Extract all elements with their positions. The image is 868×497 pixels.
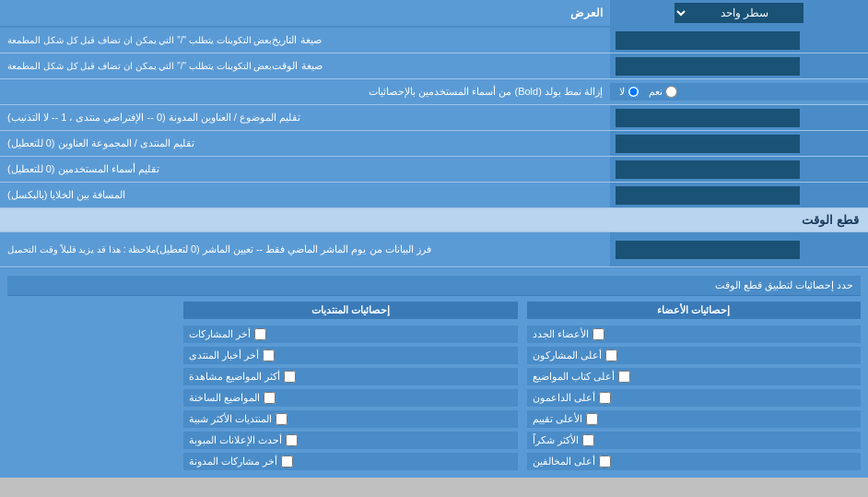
username-label: تقليم أسماء المستخدمين (0 للتعطيل) xyxy=(0,157,610,182)
posts-checkbox-6[interactable] xyxy=(281,456,293,467)
posts-checkbox-2[interactable] xyxy=(284,371,296,383)
forum-title-row: تقليم المنتدى / المجموعة العناوين (0 للت… xyxy=(0,131,868,157)
posts-item-5: أحدث الإعلانات المبوبة xyxy=(183,432,517,449)
forum-title-label: تقليم المنتدى / المجموعة العناوين (0 للت… xyxy=(0,131,610,156)
date-format-label: صيغة التاريخبعض التكوينات يتطلب "/" التي… xyxy=(0,28,610,53)
username-row: تقليم أسماء المستخدمين (0 للتعطيل) 0 xyxy=(0,157,868,183)
bold-options: نعم لا xyxy=(610,83,868,101)
time-format-row: صيغة الوقتبعض التكوينات يتطلب "/" التي ي… xyxy=(0,53,868,79)
bold-yes-label[interactable]: نعم xyxy=(649,86,677,98)
header-select-wrap[interactable]: سطر واحد xyxy=(610,0,868,26)
stats-header: حدد إحصائيات لتطبيق قطع الوقت xyxy=(7,276,861,296)
topic-title-label: تقليم الموضوع / العناوين المدونة (0 -- ا… xyxy=(0,105,610,130)
posts-item-3: المواضيع الساخنة xyxy=(183,389,517,407)
posts-item-6: أخر مشاركات المدونة xyxy=(183,453,517,470)
bold-row: إزالة نمط بولد (Bold) من أسماء المستخدمي… xyxy=(0,79,868,105)
header-label: العرض xyxy=(0,2,610,24)
filter-input[interactable]: 0 xyxy=(616,241,800,259)
time-cut-header: قطع الوقت xyxy=(0,208,868,232)
posts-item-2: أكثر المواضيع مشاهدة xyxy=(183,368,517,385)
members-col-header: إحصائيات الأعضاء xyxy=(527,302,861,319)
forum-title-input[interactable]: 33 xyxy=(616,135,800,153)
members-column: إحصائيات الأعضاء الأعضاء الجدد أعلى المش… xyxy=(527,302,861,470)
topic-title-input[interactable]: 33 xyxy=(616,109,800,127)
topic-title-row: تقليم الموضوع / العناوين المدونة (0 -- ا… xyxy=(0,105,868,131)
members-checkbox-1[interactable] xyxy=(605,349,617,361)
members-item-0: الأعضاء الجدد xyxy=(527,325,861,343)
spacing-row: المسافة بين الخلايا (بالبكسل) 2 xyxy=(0,183,868,208)
members-checkbox-2[interactable] xyxy=(618,371,630,383)
posts-column: إحصائيات المنتديات أخر المشاركات أخر أخب… xyxy=(183,302,517,470)
bold-yes-radio[interactable] xyxy=(665,86,677,98)
posts-checkbox-1[interactable] xyxy=(263,349,275,361)
filter-input-wrap[interactable]: 0 xyxy=(610,232,868,266)
header-row: العرض سطر واحد xyxy=(0,0,868,28)
bold-no-label[interactable]: لا xyxy=(619,86,639,98)
checkboxes-section: حدد إحصائيات لتطبيق قطع الوقت إحصائيات ا… xyxy=(0,267,868,478)
members-item-4: الأعلى تقييم xyxy=(527,410,861,428)
date-format-input[interactable]: d-m xyxy=(616,31,800,50)
posts-item-0: أخر المشاركات xyxy=(183,325,517,343)
spacing-input-wrap[interactable]: 2 xyxy=(610,183,868,207)
members-checkbox-4[interactable] xyxy=(586,413,598,425)
username-input[interactable]: 0 xyxy=(616,160,800,179)
members-item-2: أعلى كتاب المواضيع xyxy=(527,368,861,385)
posts-checkbox-4[interactable] xyxy=(276,413,287,425)
members-checkbox-3[interactable] xyxy=(599,392,611,404)
checkboxes-grid: إحصائيات المنتديات أخر المشاركات أخر أخب… xyxy=(7,302,861,470)
time-format-input-wrap[interactable]: H:i xyxy=(610,53,868,78)
topic-title-input-wrap[interactable]: 33 xyxy=(610,105,868,130)
posts-item-4: المنتديات الأكثر شبية xyxy=(183,410,517,428)
posts-checkbox-0[interactable] xyxy=(254,328,266,340)
filter-label: فرز البيانات من يوم الماشر الماضي فقط --… xyxy=(0,232,610,266)
members-item-1: أعلى المشاركون xyxy=(527,347,861,364)
members-checkbox-5[interactable] xyxy=(582,434,594,446)
username-input-wrap[interactable]: 0 xyxy=(610,157,868,182)
time-format-label: صيغة الوقتبعض التكوينات يتطلب "/" التي ي… xyxy=(0,53,610,78)
display-select[interactable]: سطر واحد xyxy=(674,3,803,23)
time-format-input[interactable]: H:i xyxy=(616,57,800,76)
members-checkbox-0[interactable] xyxy=(592,328,604,340)
posts-item-1: أخر أخبار المنتدى xyxy=(183,347,517,364)
filter-row: فرز البيانات من يوم الماشر الماضي فقط --… xyxy=(0,232,868,267)
posts-checkbox-5[interactable] xyxy=(286,434,298,446)
spacing-label: المسافة بين الخلايا (بالبكسل) xyxy=(0,183,610,207)
placeholder-col xyxy=(7,302,174,470)
forum-title-input-wrap[interactable]: 33 xyxy=(610,131,868,156)
date-format-input-wrap[interactable]: d-m xyxy=(610,28,868,53)
spacing-input[interactable]: 2 xyxy=(616,186,800,205)
members-item-3: أعلى الداعمون xyxy=(527,389,861,407)
posts-checkbox-3[interactable] xyxy=(264,392,276,404)
bold-label: إزالة نمط بولد (Bold) من أسماء المستخدمي… xyxy=(0,81,610,102)
members-item-5: الأكثر شكراً xyxy=(527,432,861,449)
date-format-row: صيغة التاريخبعض التكوينات يتطلب "/" التي… xyxy=(0,28,868,53)
members-checkbox-6[interactable] xyxy=(599,456,611,467)
posts-col-header: إحصائيات المنتديات xyxy=(183,302,517,319)
members-item-6: أعلى المخالفين xyxy=(527,453,861,470)
bold-no-radio[interactable] xyxy=(628,86,639,98)
